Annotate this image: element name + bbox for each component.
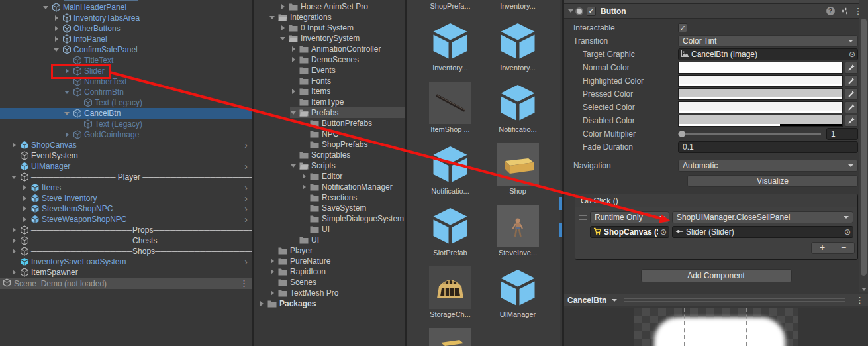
scene-menu-icon[interactable]: ⋮ <box>236 278 252 288</box>
grid-item[interactable]: ShopPrefa... <box>417 0 483 11</box>
tree-row[interactable]: TextMesh Pro <box>254 288 405 298</box>
slider-knob[interactable] <box>679 131 685 137</box>
grid-item[interactable] <box>417 328 483 346</box>
foldout-arrow-icon[interactable] <box>289 46 298 52</box>
object-picker-icon[interactable]: ⊙ <box>842 227 853 237</box>
panel-divider[interactable] <box>562 0 564 346</box>
hierarchy-row[interactable]: ConfirmBtn <box>0 87 252 97</box>
tree-row[interactable]: ButtonPrefabs <box>254 118 405 129</box>
tree-row[interactable]: Reactions <box>254 192 405 203</box>
presets-icon[interactable] <box>838 7 850 15</box>
foldout-arrow-icon[interactable] <box>267 16 277 19</box>
grid-item[interactable]: Shop <box>485 143 551 196</box>
remove-listener-button[interactable]: − <box>833 243 854 253</box>
prefab-open-chevron-icon[interactable]: › <box>244 194 248 202</box>
prefab-open-chevron-icon[interactable]: › <box>244 215 248 223</box>
tree-row[interactable]: NotificationManager <box>254 182 405 192</box>
help-icon[interactable]: ? <box>826 7 835 15</box>
event-mode-dropdown[interactable]: Runtime Only <box>590 211 669 223</box>
event-method-dropdown[interactable]: ShopUIManager.CloseSellPanel <box>672 211 853 223</box>
tree-row[interactable]: 0 Input System <box>254 23 405 33</box>
eyedropper-icon[interactable] <box>845 88 858 100</box>
foldout-arrow-icon[interactable] <box>52 36 61 42</box>
tree-row[interactable]: Scripts <box>254 160 405 171</box>
slider-track[interactable] <box>678 133 821 135</box>
eyedropper-icon[interactable] <box>845 62 858 74</box>
tree-row[interactable]: UI <box>254 224 405 235</box>
tree-row[interactable]: ShopPrefabs <box>254 139 405 150</box>
foldout-arrow-icon[interactable] <box>278 25 287 30</box>
hierarchy-row[interactable]: NumberText <box>0 76 252 87</box>
color-swatch[interactable] <box>678 115 843 127</box>
tree-row[interactable]: Scriptables <box>254 150 405 160</box>
hierarchy-row[interactable]: MainHeaderPanel <box>0 2 252 13</box>
dropdown[interactable]: Color Tint <box>678 35 858 47</box>
hierarchy-row[interactable]: Items› <box>0 182 252 193</box>
hierarchy-row[interactable]: ShopCanvas› <box>0 140 252 150</box>
visualize-button[interactable]: Visualize <box>687 175 858 187</box>
scrollbar-thumb[interactable] <box>861 19 867 276</box>
tree-row[interactable]: Scenes <box>254 277 405 288</box>
object-picker-icon[interactable]: ⊙ <box>847 49 857 60</box>
preview-menu-icon[interactable]: ⋮ <box>851 295 868 305</box>
tree-row[interactable]: Player <box>254 245 405 256</box>
grid-item[interactable]: Notificatio... <box>417 143 483 196</box>
tree-row[interactable]: PureNature <box>254 256 405 266</box>
foldout-arrow-icon[interactable] <box>289 111 298 115</box>
event-target-object-field[interactable]: ShopCanvas (S ⊙ <box>590 226 669 238</box>
grid-item[interactable]: SteveInve... <box>485 205 551 258</box>
hierarchy-row[interactable]: Steve Inventory› <box>0 193 252 203</box>
preview-resize-handle[interactable] <box>624 298 845 302</box>
grid-item[interactable]: Inventory... <box>485 20 551 73</box>
drag-handle-icon[interactable] <box>579 215 587 220</box>
foldout-arrow-icon[interactable] <box>289 57 298 62</box>
hierarchy-row[interactable]: OtherButtons <box>0 23 252 34</box>
slider-value[interactable]: 1 <box>826 128 858 140</box>
color-swatch[interactable] <box>678 62 843 74</box>
panel-divider[interactable] <box>252 0 254 346</box>
add-component-button[interactable]: Add Component <box>641 269 792 282</box>
tree-row[interactable]: Integrations <box>254 12 405 23</box>
grid-item[interactable]: UIManager <box>485 266 551 319</box>
foldout-arrow-icon[interactable] <box>41 6 50 9</box>
grid-item[interactable]: Inventory... <box>485 0 551 11</box>
navigation-dropdown[interactable]: Automatic <box>678 160 858 172</box>
tree-row[interactable]: AnimationController <box>254 44 405 54</box>
preview-target-dropdown[interactable]: CancelBtn <box>567 296 617 305</box>
prefab-open-chevron-icon[interactable]: › <box>244 141 248 149</box>
event-argument-object-field[interactable]: Slider (Slider) ⊙ <box>672 226 853 238</box>
hierarchy-row[interactable]: TitleText <box>0 55 252 66</box>
tree-row[interactable]: ItemType <box>254 97 405 107</box>
hierarchy-row[interactable]: Slider <box>0 66 252 76</box>
panel-divider[interactable] <box>405 0 407 346</box>
tree-row[interactable]: Packages <box>254 298 405 309</box>
hierarchy-row[interactable]: GoldCoinImage <box>0 129 252 140</box>
foldout-arrow-icon[interactable] <box>299 184 309 190</box>
checkbox[interactable]: ✓ <box>678 23 687 32</box>
tree-row[interactable]: Events <box>254 65 405 76</box>
hierarchy-row[interactable]: UIManager› <box>0 161 252 172</box>
tree-row[interactable]: SaveSystem <box>254 203 405 213</box>
hierarchy-row[interactable]: EventSystem <box>0 150 252 161</box>
hierarchy-row[interactable]: SteveItemShopNPC› <box>0 203 252 214</box>
eyedropper-icon[interactable] <box>845 101 858 113</box>
hierarchy-row[interactable]: SteveWeaponShopNPC› <box>0 214 252 225</box>
hierarchy-row[interactable]: Text (Legacy) <box>0 97 252 108</box>
eyedropper-icon[interactable] <box>845 75 858 87</box>
foldout-arrow-icon[interactable] <box>20 217 29 222</box>
hierarchy-row[interactable]: ItemSpawner <box>0 267 252 278</box>
hierarchy-row[interactable]: ──────────────────Chests────────────────… <box>0 235 252 246</box>
foldout-arrow-icon[interactable] <box>20 206 29 211</box>
hierarchy-row[interactable]: InfoPanel <box>0 34 252 44</box>
foldout-arrow-icon[interactable] <box>278 4 287 9</box>
foldout-arrow-icon[interactable] <box>267 259 277 264</box>
foldout-arrow-icon[interactable] <box>278 37 287 40</box>
grid-item[interactable]: Notificatio... <box>485 82 551 135</box>
scene-header-bar[interactable]: Scene_Demo (not loaded) ⋮ <box>0 278 252 289</box>
hierarchy-row[interactable]: CancelBtn <box>0 108 252 119</box>
grid-item[interactable]: StorageCh... <box>417 266 483 319</box>
tree-row[interactable]: InventorySystem <box>254 33 405 44</box>
foldout-arrow-icon[interactable] <box>9 238 19 243</box>
color-swatch[interactable] <box>678 88 843 100</box>
grid-item[interactable]: SlotPrefab <box>417 205 483 258</box>
